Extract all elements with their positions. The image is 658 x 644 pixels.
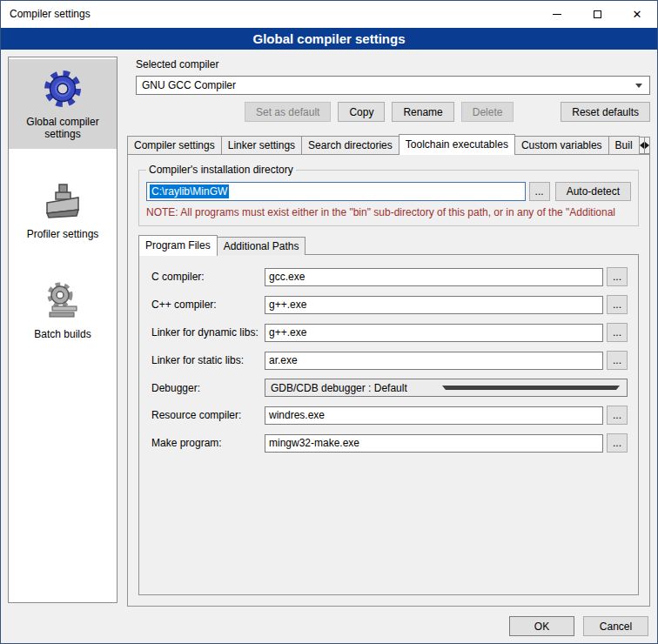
note-text: NOTE: All programs must exist either in …	[146, 206, 631, 218]
maximize-button[interactable]	[577, 1, 617, 28]
browse-button[interactable]: ...	[607, 406, 628, 425]
compiler-buttons-row: Set as default Copy Rename Delete Reset …	[136, 102, 650, 122]
sidebar-item-label: Batch builds	[34, 328, 91, 340]
make-program-input[interactable]	[265, 434, 603, 453]
cpp-compiler-input[interactable]	[265, 296, 603, 314]
installation-directory-group: Compiler's installation directory C:\ray…	[138, 164, 639, 226]
sidebar-item-global-compiler-settings[interactable]: Global compiler settings	[9, 59, 117, 149]
browse-button[interactable]: ...	[607, 267, 628, 286]
debugger-combobox-value: GDB/CDB debugger : Default	[271, 382, 442, 394]
set-as-default-button[interactable]: Set as default	[245, 102, 331, 122]
form-row: Debugger: GDB/CDB debugger : Default	[151, 379, 628, 397]
subtab-program-files[interactable]: Program Files	[138, 235, 218, 256]
selected-compiler-label: Selected compiler	[136, 58, 650, 70]
tab-strip: Compiler settings Linker settings Search…	[127, 133, 650, 154]
form-row: Linker for static libs: ...	[151, 351, 628, 370]
browse-button[interactable]: ...	[607, 295, 628, 314]
close-button[interactable]: ✕	[617, 1, 657, 28]
field-label: Linker for static libs:	[151, 354, 265, 366]
page-title: Global compiler settings	[1, 28, 657, 50]
form-row: C++ compiler: ...	[151, 295, 628, 314]
subtab-strip: Program Files Additional Paths	[138, 235, 639, 255]
program-files-panel: C compiler: ... C++ compiler: ... Linker…	[138, 254, 639, 595]
browse-button[interactable]: ...	[529, 182, 550, 201]
titlebar: Compiler settings ✕	[1, 1, 657, 28]
right-arrow-icon	[645, 142, 649, 149]
gear-icon	[42, 68, 84, 110]
form-row: C compiler: ...	[151, 267, 628, 286]
compiler-combobox[interactable]: GNU GCC Compiler	[136, 76, 650, 95]
form-row: Linker for dynamic libs: ...	[151, 323, 628, 342]
field-label: Make program:	[151, 437, 265, 449]
cancel-button[interactable]: Cancel	[583, 616, 648, 636]
browse-button[interactable]: ...	[607, 433, 628, 453]
dialog-body: Global compiler settings Profiler settin…	[1, 50, 657, 643]
window-title: Compiler settings	[1, 1, 537, 28]
tab-build[interactable]: Buil	[608, 136, 640, 154]
minimize-button[interactable]	[537, 1, 577, 28]
maximize-icon	[594, 10, 601, 18]
field-label: Linker for dynamic libs:	[151, 326, 265, 339]
sidebar-item-batch-builds[interactable]: Batch builds	[9, 272, 117, 349]
sidebar: Global compiler settings Profiler settin…	[8, 57, 118, 603]
resource-compiler-input[interactable]	[265, 406, 603, 425]
auto-detect-button[interactable]: Auto-detect	[555, 182, 631, 201]
compiler-settings-window: Compiler settings ✕ Global compiler sett…	[0, 0, 658, 644]
toolchain-executables-panel: Compiler's installation directory C:\ray…	[127, 154, 650, 607]
copy-button[interactable]: Copy	[338, 102, 385, 122]
field-label: Resource compiler:	[151, 409, 265, 421]
dynamic-linker-input[interactable]	[265, 324, 603, 342]
profiler-icon	[42, 180, 84, 222]
chevron-down-icon	[442, 386, 621, 390]
tab-linker-settings[interactable]: Linker settings	[221, 136, 302, 154]
c-compiler-input[interactable]	[265, 268, 603, 286]
field-label: C++ compiler:	[151, 299, 265, 311]
installation-directory-row: C:\raylib\MinGW ... Auto-detect	[146, 182, 631, 201]
form-row: Resource compiler: ...	[151, 406, 628, 425]
dialog-footer: OK Cancel	[500, 616, 648, 636]
batch-builds-icon	[42, 280, 84, 322]
sidebar-item-label: Profiler settings	[27, 228, 99, 240]
field-label: Debugger:	[151, 382, 265, 394]
browse-button[interactable]: ...	[607, 323, 628, 342]
browse-button[interactable]: ...	[607, 351, 628, 370]
static-linker-input[interactable]	[265, 352, 603, 370]
tab-compiler-settings[interactable]: Compiler settings	[127, 136, 222, 154]
chevron-down-icon	[635, 84, 642, 88]
form-row: Make program: ...	[151, 433, 628, 453]
sidebar-item-label: Global compiler settings	[10, 116, 115, 140]
field-label: C compiler:	[151, 271, 265, 283]
compiler-combobox-value: GNU GCC Compiler	[142, 79, 635, 91]
tab-custom-variables[interactable]: Custom variables	[514, 136, 609, 154]
minimize-icon	[553, 14, 561, 15]
tab-search-directories[interactable]: Search directories	[301, 136, 400, 154]
close-icon: ✕	[633, 9, 642, 20]
main-panel: Selected compiler GNU GCC Compiler Set a…	[127, 57, 650, 607]
delete-button[interactable]: Delete	[461, 102, 514, 122]
subtab-additional-paths[interactable]: Additional Paths	[217, 237, 306, 255]
rename-button[interactable]: Rename	[392, 102, 453, 122]
sidebar-item-profiler-settings[interactable]: Profiler settings	[9, 171, 117, 249]
install-dir-input[interactable]: C:\raylib\MinGW	[146, 182, 526, 201]
tab-toolchain-executables[interactable]: Toolchain executables	[399, 134, 515, 155]
reset-defaults-button[interactable]: Reset defaults	[561, 102, 650, 122]
tab-scroll-right-button[interactable]	[644, 137, 650, 154]
debugger-combobox[interactable]: GDB/CDB debugger : Default	[265, 379, 628, 397]
ok-button[interactable]: OK	[509, 616, 574, 636]
install-dir-value: C:\raylib\MinGW	[150, 184, 229, 198]
installation-directory-group-title: Compiler's installation directory	[146, 164, 296, 176]
